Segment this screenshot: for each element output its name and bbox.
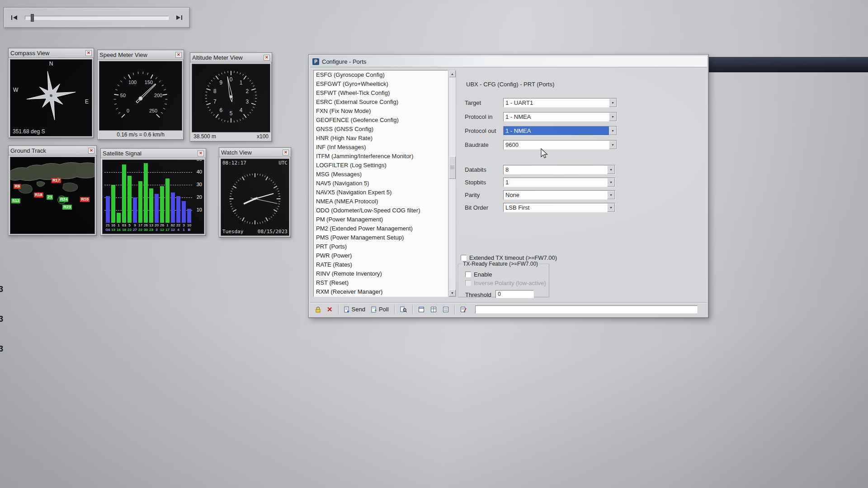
dropdown-arrow-icon[interactable]: ▼ (607, 203, 615, 212)
tree-item[interactable]: ESFG (Gyroscope Config) (314, 70, 448, 80)
satellite-signal-window: Satellite Signal ✕ 5040302010 21G6161311… (100, 148, 206, 236)
dropdown-arrow-icon[interactable]: ▼ (609, 127, 617, 135)
svg-text:2: 2 (245, 88, 249, 94)
tree-item[interactable]: ODO (Odometer/Low-Speed COG filter) (314, 206, 448, 215)
playback-track[interactable] (25, 16, 169, 20)
dropdown-arrow-icon[interactable]: ▼ (607, 191, 615, 199)
inverse-polarity-checkbox[interactable] (465, 280, 471, 286)
tree-item[interactable]: PWR (Power) (314, 251, 448, 260)
tree-item[interactable]: HNR (High Nav Rate) (314, 134, 448, 143)
skip-to-start-icon[interactable] (9, 12, 20, 23)
tree-item[interactable]: ESFWT (Wheel-Tick Config) (314, 89, 448, 98)
satellite-marker: R9 (14, 184, 21, 189)
ground-track-window: Ground Track ✕ R9R17S13R18Z1R24R23R10 (8, 145, 97, 236)
tree-item[interactable]: NAVX5 (Navigation Expert 5) (314, 188, 448, 197)
scroll-up-icon[interactable]: ▲ (449, 70, 456, 77)
tree-item[interactable]: RST (Reset) (314, 278, 448, 287)
tree-item[interactable]: ITFM (Jamming/Interference Monitor) (314, 152, 448, 161)
dropdown-arrow-icon[interactable]: ▼ (607, 165, 615, 174)
skip-to-end-icon[interactable] (173, 12, 185, 23)
stopbits-dropdown[interactable]: 1▼ (503, 178, 615, 187)
dropdown-arrow-icon[interactable]: ▼ (609, 141, 617, 149)
tree-item[interactable]: INF (Inf Messages) (314, 143, 448, 152)
tree-item[interactable]: GNSS (GNSS Config) (314, 125, 448, 134)
bit-order-dropdown[interactable]: LSB First▼ (503, 203, 615, 212)
protocol-in-dropdown[interactable]: 1 - NMEA▼ (503, 112, 617, 122)
scroll-down-icon[interactable]: ▼ (449, 290, 456, 296)
close-icon[interactable]: ✕ (175, 52, 182, 58)
lock-icon[interactable] (313, 305, 323, 314)
tree-scrollbar[interactable]: ▲ ▼ (448, 70, 456, 297)
tree-item[interactable]: FXN (Fix Now Mode) (314, 107, 448, 116)
dropdown-arrow-icon[interactable]: ▼ (609, 113, 617, 121)
close-icon[interactable]: ✕ (88, 148, 94, 154)
speed-meter-window: Speed Meter View ✕ 050100150200250 0.16 … (97, 50, 184, 140)
signal-bar: 6318 (122, 160, 126, 223)
window-titlebar[interactable]: Ground Track ✕ (9, 146, 96, 155)
bar-snr-label: 10 (186, 223, 193, 227)
databits-dropdown[interactable]: 8▼ (503, 165, 615, 174)
toolbar-edit-field[interactable] (475, 305, 698, 314)
window-titlebar[interactable]: Watch View ✕ (219, 148, 291, 157)
target-dropdown[interactable]: 1 - UART1▼ (503, 98, 617, 108)
tree-item[interactable]: LOGFILTER (Log Settings) (314, 161, 448, 170)
window-titlebar[interactable]: Speed Meter View ✕ (98, 50, 184, 60)
magnifier-page-icon[interactable] (398, 305, 409, 314)
tree-item[interactable]: ESRC (External Source Config) (314, 98, 448, 107)
configure-ports-dialog: P Configure - Ports ESFG (Gyroscope Conf… (308, 54, 709, 318)
close-icon[interactable]: ✕ (198, 150, 204, 156)
svg-text:0: 0 (127, 108, 129, 113)
grid-edit-icon[interactable] (458, 305, 468, 314)
dialog-titlebar[interactable]: P Configure - Ports (310, 56, 707, 67)
tree-item[interactable]: MSG (Messages) (314, 170, 448, 179)
dropdown-arrow-icon[interactable]: ▼ (607, 178, 615, 187)
tree-item[interactable]: RATE (Rates) (314, 260, 448, 269)
compass-rose (10, 60, 92, 136)
tree-item[interactable]: RXM (Receiver Manager) (314, 287, 448, 296)
window-titlebar[interactable]: Altitude Meter View ✕ (190, 53, 272, 62)
protocol-out-dropdown[interactable]: 1 - NMEA▼ (503, 126, 617, 136)
tree-item[interactable]: GEOFENCE (Geofence Config) (314, 116, 448, 125)
list-icon[interactable] (441, 305, 451, 314)
field-row: Stopbits1▼ (465, 178, 659, 188)
dropdown-arrow-icon[interactable]: ▼ (609, 99, 617, 107)
tree-item[interactable]: PRT (Ports) (314, 242, 448, 251)
tree-item[interactable]: ESFGWT (Gyro+Wheeltick) (314, 80, 448, 89)
tree-item[interactable]: NMEA (NMEA Protocol) (314, 197, 448, 206)
watch-date: 08/15/2023 (258, 229, 288, 235)
tree-item[interactable]: PM2 (Extended Power Management) (314, 224, 448, 233)
enable-label: Enable (474, 271, 492, 278)
close-icon[interactable]: ✕ (283, 150, 289, 155)
send-button[interactable]: Send (342, 305, 367, 314)
baudrate-dropdown[interactable]: 9600▼ (503, 140, 617, 150)
tree-item[interactable]: NAV5 (Navigation 5) (314, 179, 448, 188)
playback-thumb[interactable] (31, 14, 34, 22)
extended-tx-checkbox[interactable] (461, 255, 467, 261)
svg-text:3: 3 (245, 99, 249, 105)
tree-item[interactable]: PM (Power Management) (314, 215, 448, 224)
close-icon[interactable]: ✕ (85, 50, 92, 56)
parity-dropdown[interactable]: None▼ (503, 190, 615, 200)
poll-button[interactable]: Poll (369, 305, 391, 314)
tree-item[interactable]: PMS (Power Management Setup) (314, 233, 448, 242)
field-label: Databits (465, 166, 486, 173)
tx-ready-group-title: TX-Ready Feature (>=FW7.00) (462, 261, 539, 267)
threshold-input[interactable]: 0 (495, 290, 534, 298)
signal-bar: 31 (182, 160, 186, 223)
tree-item[interactable]: RINV (Remote Inventory) (314, 269, 448, 278)
clear-icon[interactable]: ✕ (325, 305, 335, 314)
window-titlebar[interactable]: Compass View ✕ (9, 48, 94, 58)
satellite-marker: R24 (59, 197, 69, 202)
signal-bar: 203 (155, 160, 159, 223)
signal-bar: 1613 (111, 160, 115, 223)
window-title: Speed Meter View (99, 52, 174, 58)
axis-label: 20 (197, 194, 202, 200)
enable-checkbox[interactable] (465, 272, 471, 277)
scroll-thumb[interactable] (449, 156, 456, 179)
message-tree[interactable]: ESFG (Gyroscope Config)ESFGWT (Gyro+Whee… (313, 70, 448, 297)
table-icon[interactable] (429, 305, 439, 314)
poll-label: Poll (379, 306, 389, 313)
window-titlebar[interactable]: Satellite Signal ✕ (101, 149, 206, 158)
page-icon[interactable] (416, 305, 426, 314)
close-icon[interactable]: ✕ (264, 55, 270, 61)
